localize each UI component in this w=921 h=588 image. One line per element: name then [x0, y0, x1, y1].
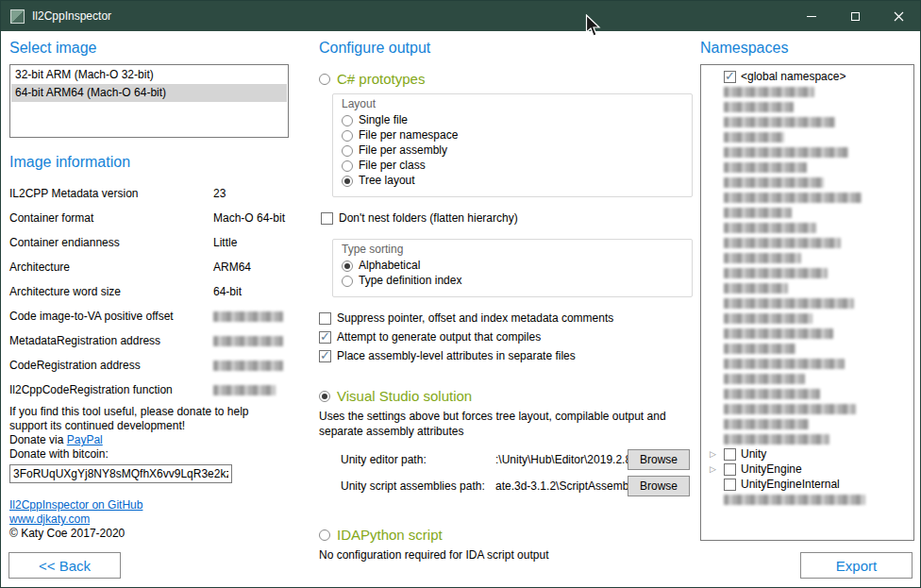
- donate-text: If you find this tool useful, please don…: [9, 405, 289, 433]
- checkbox-icon: [319, 350, 331, 362]
- info-row: Code image-to-VA positive offset: [9, 304, 289, 328]
- expander-icon[interactable]: ▷: [707, 462, 719, 477]
- layout-option[interactable]: File per namespace: [342, 128, 682, 143]
- donate-bitcoin-label: Donate with bitcoin:: [9, 447, 289, 462]
- output-checkbox[interactable]: Place assembly-level attributes in separ…: [319, 347, 696, 364]
- image-list[interactable]: 32-bit ARM (Mach-O 32-bit)64-bit ARM64 (…: [9, 64, 289, 138]
- namespace-row-redacted: [707, 175, 912, 190]
- flatten-checkbox[interactable]: Don't nest folders (flatten hierarchy): [321, 211, 696, 226]
- namespace-row[interactable]: ▷Unity: [707, 446, 912, 462]
- namespace-row-redacted: [707, 401, 912, 416]
- output-checkboxes: Suppress pointer, offset and index metad…: [319, 310, 696, 364]
- checkbox-icon: [724, 479, 736, 491]
- redacted-namespace: [724, 359, 845, 369]
- namespace-row-redacted: [707, 356, 912, 371]
- info-value: 64-bit: [213, 285, 289, 298]
- namespace-label: UnityEngineInternal: [741, 478, 840, 491]
- output-checkbox[interactable]: Attempt to generate output that compiles: [319, 328, 696, 345]
- paypal-link[interactable]: PayPal: [67, 433, 103, 446]
- info-row: Il2CppCodeRegistration function: [9, 378, 289, 402]
- minimize-button[interactable]: [790, 1, 833, 31]
- namespace-row-redacted: [707, 99, 912, 114]
- layout-option[interactable]: File per class: [342, 159, 682, 173]
- info-value: Little: [213, 236, 289, 249]
- idapython-description: No configuration required for IDA script…: [319, 547, 696, 563]
- configure-output-panel: Configure output C# prototypes Layout Si…: [319, 39, 696, 563]
- maximize-button[interactable]: [833, 1, 877, 31]
- redacted-namespace: [724, 238, 841, 248]
- namespace-row[interactable]: ▷UnityEngine: [707, 462, 912, 477]
- layout-option[interactable]: Tree layout: [342, 174, 682, 188]
- radio-icon: [342, 160, 353, 172]
- redacted-namespace: [724, 193, 862, 203]
- namespace-row-redacted: [707, 220, 912, 235]
- redacted-namespace: [724, 268, 828, 278]
- namespace-row-redacted: [707, 129, 912, 144]
- namespace-row-redacted: [707, 341, 912, 356]
- visual-studio-radio[interactable]: Visual Studio solution: [319, 388, 696, 404]
- layout-option[interactable]: Single file: [342, 113, 682, 127]
- namespace-row-redacted: [707, 250, 912, 265]
- website-link[interactable]: www.djkaty.com: [9, 512, 90, 526]
- namespace-label: UnityEngine: [741, 462, 802, 476]
- back-button[interactable]: << Back: [8, 552, 121, 579]
- namespace-row[interactable]: <global namespace>: [707, 69, 912, 84]
- output-checkbox[interactable]: Suppress pointer, offset and index metad…: [319, 310, 696, 327]
- info-value: [213, 310, 289, 323]
- info-row: CodeRegistration address: [9, 353, 289, 378]
- layout-option[interactable]: File per assembly: [342, 143, 682, 158]
- info-row: Container formatMach-O 64-bit: [9, 206, 289, 230]
- window-title: Il2CppInspector: [32, 9, 111, 23]
- namespaces-panel: Namespaces <global namespace>▷Unity▷Unit…: [700, 39, 914, 541]
- redacted-namespace: [724, 344, 795, 354]
- image-list-item[interactable]: 32-bit ARM (Mach-O 32-bit): [11, 66, 287, 84]
- info-value: [213, 334, 289, 347]
- image-info-table: IL2CPP Metadata version23Container forma…: [9, 181, 289, 402]
- csharp-prototypes-radio[interactable]: C# prototypes: [319, 71, 696, 87]
- unity-script-browse-button[interactable]: Browse: [628, 476, 690, 496]
- redacted-namespace: [724, 208, 792, 218]
- radio-icon: [319, 391, 330, 402]
- radio-label: File per class: [359, 159, 426, 173]
- redacted-namespace: [724, 328, 833, 339]
- left-panel: Select image 32-bit ARM (Mach-O 32-bit)6…: [9, 39, 289, 541]
- checkbox-icon: [724, 448, 736, 461]
- type-sorting-option[interactable]: Type definition index: [342, 274, 682, 288]
- type-sorting-option[interactable]: Alphabetical: [342, 259, 682, 273]
- info-label: MetadataRegistration address: [9, 334, 213, 347]
- redacted-namespace: [724, 132, 784, 143]
- app-window: Il2CppInspector Select image 32-bit ARM …: [0, 0, 921, 588]
- namespace-row-redacted: [707, 144, 912, 160]
- redacted-namespace: [724, 223, 816, 233]
- expander-icon[interactable]: ▷: [707, 446, 719, 462]
- checkbox-icon: [724, 463, 736, 476]
- bitcoin-address-input[interactable]: [9, 464, 232, 483]
- redacted-value: [213, 311, 283, 322]
- redacted-value: [213, 361, 283, 371]
- maximize-icon: [851, 12, 860, 21]
- titlebar: Il2CppInspector: [1, 1, 920, 31]
- namespace-list[interactable]: <global namespace>▷Unity▷UnityEngineUnit…: [700, 64, 914, 541]
- namespace-label: <global namespace>: [741, 70, 846, 83]
- unity-editor-browse-button[interactable]: Browse: [628, 449, 690, 470]
- redacted-namespace: [724, 495, 865, 505]
- idapython-radio[interactable]: IDAPython script: [319, 527, 696, 543]
- namespace-row-redacted: [707, 295, 912, 311]
- checkbox-icon: [319, 312, 331, 325]
- github-link[interactable]: Il2CppInspector on GitHub: [9, 498, 142, 512]
- namespace-row[interactable]: UnityEngineInternal: [707, 477, 912, 492]
- checkbox-label: Suppress pointer, offset and index metad…: [337, 311, 613, 326]
- info-value: 23: [213, 187, 289, 200]
- checkbox-icon: [724, 71, 736, 83]
- radio-icon: [342, 145, 353, 157]
- redacted-namespace: [724, 298, 854, 309]
- namespace-row-redacted: [707, 114, 912, 129]
- close-icon: [894, 11, 904, 22]
- close-button[interactable]: [877, 1, 920, 31]
- redacted-namespace: [724, 177, 824, 188]
- radio-icon: [342, 130, 353, 142]
- image-list-item[interactable]: 64-bit ARM64 (Mach-O 64-bit): [11, 84, 287, 102]
- namespace-row-redacted: [707, 431, 912, 446]
- export-button[interactable]: Export: [800, 552, 913, 579]
- redacted-namespace: [724, 102, 794, 112]
